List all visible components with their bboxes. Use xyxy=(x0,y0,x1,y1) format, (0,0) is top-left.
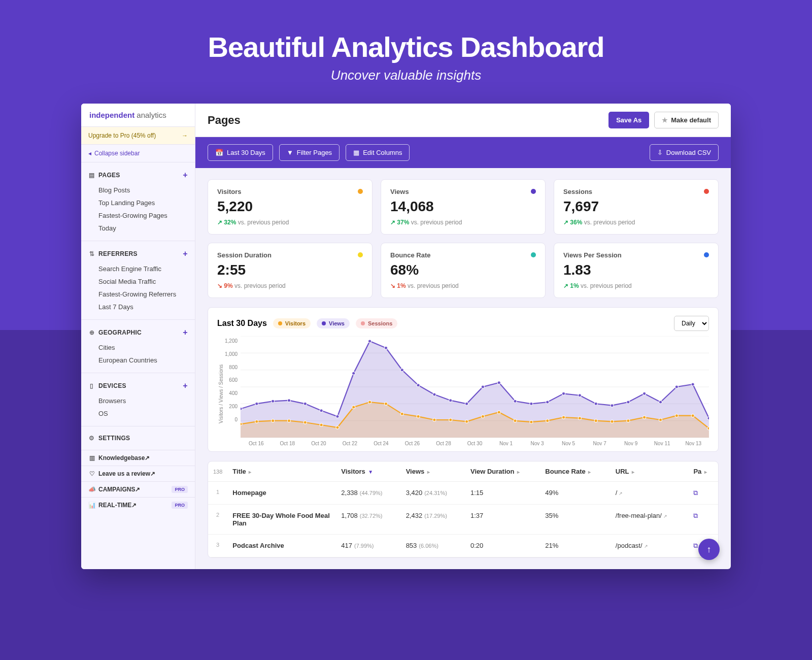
metric-delta: ↘ 9% vs. previous period xyxy=(217,282,363,289)
cell-bounce: 49% xyxy=(540,482,611,505)
nav-campaigns[interactable]: 📣 CAMPAIGNS ↗ PRO xyxy=(81,481,195,497)
svg-point-39 xyxy=(272,419,275,422)
sidebar-item[interactable]: Today xyxy=(81,222,195,235)
upgrade-banner[interactable]: Upgrade to Pro (45% off) → xyxy=(81,127,195,145)
col-header[interactable]: Views ▸ xyxy=(401,461,465,482)
sort-icon: ▸ xyxy=(427,469,430,475)
svg-point-59 xyxy=(594,419,597,422)
metric-value: 5,220 xyxy=(217,199,363,215)
metric-label: Bounce Rate xyxy=(390,251,536,259)
metric-card[interactable]: Bounce Rate 68% ↘ 1% vs. previous period xyxy=(381,243,546,298)
sidebar-item[interactable]: Top Landing Pages xyxy=(81,196,195,209)
table-row[interactable]: 3 Podcast Archive 417(7.99%) 853(6.06%) … xyxy=(208,535,718,557)
svg-point-7 xyxy=(241,407,242,410)
svg-point-44 xyxy=(352,406,355,409)
metric-delta: ↘ 1% vs. previous period xyxy=(390,282,536,289)
svg-point-60 xyxy=(611,420,614,423)
heart-icon: ♡ xyxy=(88,470,95,477)
svg-point-28 xyxy=(578,394,581,397)
col-header[interactable]: Title ▸ xyxy=(227,461,336,482)
metric-value: 14,068 xyxy=(390,199,536,215)
col-header[interactable]: URL ▸ xyxy=(611,461,689,482)
table-row[interactable]: 1 Homepage 2,338(44.79%) 3,420(24.31%) 1… xyxy=(208,482,718,505)
calendar-icon: 📅 xyxy=(215,149,223,156)
granularity-select[interactable]: Daily xyxy=(674,316,709,331)
add-geo-report-button[interactable]: + xyxy=(183,328,188,337)
nav-realtime[interactable]: 📊 REAL-TIME ↗ PRO xyxy=(81,497,195,513)
col-header[interactable]: Bounce Rate ▸ xyxy=(540,461,611,482)
sidebar-item[interactable]: Fastest-Growing Pages xyxy=(81,209,195,222)
cell-visitors: 2,338(44.79%) xyxy=(336,482,400,505)
svg-point-57 xyxy=(562,416,565,419)
svg-point-33 xyxy=(659,401,662,404)
sidebar-item[interactable]: Social Media Traffic xyxy=(81,275,195,288)
metric-delta: ↗ 32% vs. previous period xyxy=(217,219,363,226)
cell-duration: 1:15 xyxy=(465,482,540,505)
svg-point-32 xyxy=(643,392,646,395)
cell-url: /↗ xyxy=(611,482,689,505)
edit-columns-button[interactable]: ▦Edit Columns xyxy=(346,144,410,161)
date-range-button[interactable]: 📅Last 30 Days xyxy=(208,144,273,161)
sidebar-item[interactable]: Cities xyxy=(81,341,195,354)
external-link-icon: ↗ xyxy=(150,470,155,477)
add-pages-report-button[interactable]: + xyxy=(183,171,188,180)
download-csv-button[interactable]: ⇩Download CSV xyxy=(650,144,719,161)
sort-icon: ▸ xyxy=(704,469,707,475)
sidebar-item[interactable]: Blog Posts xyxy=(81,184,195,196)
metric-value: 2:55 xyxy=(217,262,363,278)
main: Pages Save As ★Make default 📅Last 30 Day… xyxy=(195,104,731,569)
svg-point-18 xyxy=(417,384,420,387)
metric-dot-icon xyxy=(358,252,363,257)
col-header[interactable]: View Duration ▸ xyxy=(465,461,540,482)
sidebar-item[interactable]: Browsers xyxy=(81,394,195,407)
sidebar-item[interactable]: Search Engine Traffic xyxy=(81,262,195,275)
scroll-top-button[interactable]: ↑ xyxy=(698,539,720,560)
nav-section-geographic: ⊕GEOGRAPHIC + CitiesEuropean Countries xyxy=(81,320,195,373)
metric-label: Views xyxy=(390,188,536,195)
metric-card[interactable]: Views 14,068 ↗ 37% vs. previous period xyxy=(381,179,546,235)
sidebar-item[interactable]: OS xyxy=(81,407,195,420)
nav-knowledgebase[interactable]: ▥ Knowledgebase ↗ xyxy=(81,450,195,466)
filter-button[interactable]: ▼Filter Pages xyxy=(279,144,340,161)
svg-point-19 xyxy=(433,393,436,396)
sidebar-item[interactable]: European Countries xyxy=(81,354,195,367)
save-as-button[interactable]: Save As xyxy=(608,112,649,128)
cell-views: 853(6.06%) xyxy=(401,535,465,557)
metric-label: Session Duration xyxy=(217,251,363,259)
svg-point-51 xyxy=(465,420,468,423)
svg-point-54 xyxy=(514,419,517,422)
svg-point-35 xyxy=(691,383,694,386)
legend-sessions[interactable]: Sessions xyxy=(356,318,397,328)
cell-copy[interactable]: ⧉ xyxy=(688,482,718,505)
svg-point-45 xyxy=(368,401,371,404)
svg-point-66 xyxy=(707,427,709,430)
svg-point-34 xyxy=(675,385,678,388)
chart-plot xyxy=(241,336,709,438)
table-row[interactable]: 2 FREE 30-Day Whole Food Meal Plan 1,708… xyxy=(208,505,718,535)
legend-visitors[interactable]: Visitors xyxy=(273,318,311,328)
metric-card[interactable]: Sessions 7,697 ↗ 36% vs. previous period xyxy=(554,179,719,235)
external-link-icon: ↗ xyxy=(145,454,150,461)
add-devices-report-button[interactable]: + xyxy=(183,381,188,390)
nav-settings[interactable]: ⚙SETTINGS xyxy=(81,432,195,445)
sidebar-item[interactable]: Fastest-Growing Referrers xyxy=(81,288,195,301)
metric-card[interactable]: Views Per Session 1.83 ↗ 1% vs. previous… xyxy=(554,243,719,298)
col-count: 138 xyxy=(208,461,227,482)
nav-review[interactable]: ♡ Leave us a review ↗ xyxy=(81,466,195,481)
sidebar-item[interactable]: Last 7 Days xyxy=(81,301,195,313)
metric-card[interactable]: Session Duration 2:55 ↘ 9% vs. previous … xyxy=(208,243,373,298)
svg-point-23 xyxy=(497,381,500,384)
data-table: 138Title ▸Visitors ▼Views ▸View Duration… xyxy=(208,461,719,558)
make-default-button[interactable]: ★Make default xyxy=(654,112,719,128)
col-header[interactable]: Visitors ▼ xyxy=(336,461,400,482)
metric-card[interactable]: Visitors 5,220 ↗ 32% vs. previous period xyxy=(208,179,373,235)
svg-point-21 xyxy=(465,402,468,405)
svg-point-16 xyxy=(384,346,387,349)
col-header[interactable]: Pa ▸ xyxy=(688,461,718,482)
cell-copy[interactable]: ⧉ xyxy=(688,505,718,535)
legend-views[interactable]: Views xyxy=(317,318,350,328)
metric-dot-icon xyxy=(358,189,363,194)
collapse-sidebar-button[interactable]: ◂ Collapse sidebar xyxy=(81,145,195,162)
svg-point-41 xyxy=(303,421,307,424)
add-referrers-report-button[interactable]: + xyxy=(183,249,188,258)
